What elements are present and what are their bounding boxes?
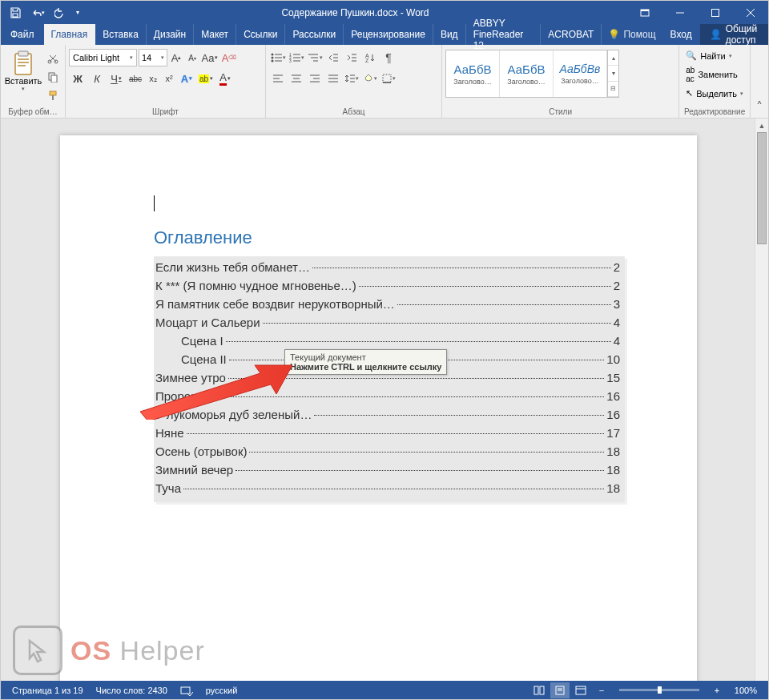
tell-me-search[interactable]: 💡Помощ [602,24,662,45]
cut-icon[interactable] [44,50,62,66]
highlight-button[interactable]: ab▾ [197,70,215,87]
numbering-button[interactable]: 123▾ [288,49,305,66]
style-heading2[interactable]: АаБбВЗаголово… [500,50,554,97]
zoom-level[interactable]: 100% [728,686,763,695]
change-case-button[interactable]: Aa▾ [201,49,219,66]
align-right-icon[interactable] [306,70,324,87]
toc-entry[interactable]: У лукоморья дуб зеленый… 16 [155,405,620,424]
multilevel-list-button[interactable]: ▾ [306,49,324,66]
zoom-slider[interactable] [619,689,699,691]
sort-icon[interactable]: AZ [361,49,379,66]
toc-entry[interactable]: Я памятник себе воздвиг нерукотворный… 3 [155,295,620,313]
collapse-ribbon-icon[interactable]: ˄ [751,45,768,118]
style-heading3[interactable]: АаБбВвЗаголово… [554,50,607,97]
toc-entry[interactable]: Туча 18 [155,479,620,497]
toc-entry[interactable]: Пророк16 [155,387,620,405]
toc-entry[interactable]: Зимний вечер 18 [155,461,620,479]
toc-entry[interactable]: Если жизнь тебя обманет… 2 [155,258,620,276]
window-controls [627,1,768,24]
line-spacing-button[interactable]: ▾ [343,70,360,87]
spellcheck-icon[interactable] [174,685,199,696]
increase-indent-icon[interactable] [343,49,360,66]
clear-formatting-icon[interactable]: A⌫ [220,49,238,66]
document-title: Содержание Пушкин.docx - Word [83,7,627,18]
bullets-button[interactable]: ▾ [269,49,287,66]
tab-design[interactable]: Дизайн [147,24,194,45]
tab-home[interactable]: Главная [44,24,96,45]
maximize-icon[interactable] [698,1,733,24]
text-effects-button[interactable]: A▾ [178,70,195,87]
zoom-in-icon[interactable]: + [707,682,727,698]
paste-button[interactable]: Вставить ▾ [4,47,42,92]
justify-icon[interactable] [324,70,342,87]
scroll-up-icon[interactable]: ▲ [755,119,768,132]
find-button[interactable]: 🔍Найти▾ [682,49,735,62]
toc-entry[interactable]: Сцена I 4 [155,332,620,350]
styles-expand[interactable]: ▴▾⊟ [607,50,618,97]
style-heading1[interactable]: АаБбВЗаголово… [446,50,500,97]
align-center-icon[interactable] [288,70,305,87]
subscript-button[interactable]: x₂ [146,70,160,87]
decrease-indent-icon[interactable] [324,49,342,66]
word-count[interactable]: Число слов: 2430 [90,686,174,695]
close-icon[interactable] [733,1,768,24]
font-name-combo[interactable]: Calibri Light▾ [69,49,137,66]
tab-abbyy[interactable]: ABBYY FineReader 12 [466,24,542,45]
zoom-out-icon[interactable]: − [592,682,611,698]
qat-customize-icon[interactable]: ▾ [72,2,83,23]
toc-entry-page: 3 [614,297,620,311]
login-link[interactable]: Вход [662,24,700,45]
tab-references[interactable]: Ссылки [236,24,285,45]
save-icon[interactable] [5,2,26,23]
vertical-scrollbar[interactable]: ▲ [755,119,768,681]
tab-acrobat[interactable]: ACROBAT [541,24,602,45]
grow-font-icon[interactable]: A▴ [169,49,183,66]
toc-entry[interactable]: Няне 17 [155,424,620,442]
ribbon-display-icon[interactable] [627,1,662,24]
tab-view[interactable]: Вид [433,24,466,45]
format-painter-icon[interactable] [44,87,62,103]
underline-button[interactable]: Ч▾ [107,70,125,87]
tab-layout[interactable]: Макет [194,24,236,45]
page[interactable]: Оглавление Если жизнь тебя обманет… 2К *… [60,135,697,681]
scroll-thumb[interactable] [757,132,767,244]
minimize-icon[interactable] [662,1,698,24]
copy-icon[interactable] [44,69,62,85]
font-size-combo[interactable]: 14▾ [139,49,167,66]
shrink-font-icon[interactable]: A▾ [185,49,199,66]
hyperlink-tooltip: Текущий документ Нажмите CTRL и щелкните… [284,349,447,375]
undo-icon[interactable]: ▾ [27,2,48,23]
page-indicator[interactable]: Страница 1 из 19 [6,686,90,695]
toc-title: Оглавление [154,227,625,248]
web-layout-icon[interactable] [571,682,590,698]
styles-gallery[interactable]: АаБбВЗаголово… АаБбВЗаголово… АаБбВвЗаго… [445,50,619,98]
toc-field[interactable]: Если жизнь тебя обманет… 2К *** (Я помню… [154,256,625,502]
toc-entry[interactable]: К *** (Я помню чудное мгновенье…)2 [155,276,620,295]
read-mode-icon[interactable] [529,682,549,698]
svg-rect-58 [534,686,538,694]
shading-button[interactable]: ▾ [361,70,379,87]
tab-insert[interactable]: Вставка [95,24,147,45]
select-button[interactable]: ↖Выделить▾ [682,86,747,100]
tab-file[interactable]: Файл [1,24,44,45]
toc-entry[interactable]: Моцарт и Сальери4 [155,313,620,332]
borders-button[interactable]: ▾ [380,70,397,87]
font-color-button[interactable]: A▾ [216,70,234,87]
replace-button[interactable]: abacЗаменить [682,64,741,85]
language-indicator[interactable]: русский [199,686,244,695]
superscript-button[interactable]: x² [162,70,176,87]
redo-icon[interactable] [50,2,70,23]
search-icon: 🔍 [686,50,697,61]
strikethrough-button[interactable]: abc [127,70,144,87]
show-marks-icon[interactable]: ¶ [380,49,397,66]
status-bar: Страница 1 из 19 Число слов: 2430 русски… [1,681,768,699]
share-button[interactable]: 👤Общий доступ [700,24,768,45]
italic-button[interactable]: К [88,70,106,87]
tab-mailings[interactable]: Рассылки [285,24,344,45]
print-layout-icon[interactable] [550,682,570,698]
tab-review[interactable]: Рецензирование [344,24,433,45]
align-left-icon[interactable] [269,70,287,87]
bold-button[interactable]: Ж [69,70,87,87]
toc-entry[interactable]: Осень (отрывок) 18 [155,442,620,461]
lightbulb-icon: 💡 [608,29,620,40]
